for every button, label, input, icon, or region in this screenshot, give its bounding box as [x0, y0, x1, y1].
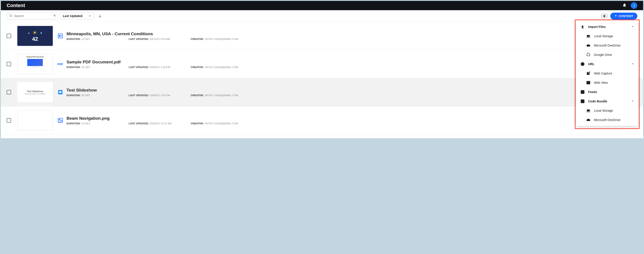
chevron-up-icon — [631, 62, 634, 66]
popover-import-files[interactable]: Import Files — [576, 22, 638, 31]
topbar: Content J — [1, 1, 643, 10]
row-main: Minneapolis, MN, USA - Current Condition… — [66, 31, 637, 40]
row-checkbox[interactable] — [7, 34, 11, 38]
row-title: Minneapolis, MN, USA - Current Condition… — [66, 31, 637, 36]
code-icon — [580, 99, 585, 104]
svg-point-18 — [583, 92, 584, 92]
sort-direction-button[interactable] — [98, 13, 102, 18]
row-title: Beam Navigation.png — [66, 116, 637, 121]
popover-google-drive[interactable]: Google Drive — [576, 50, 638, 59]
svg-line-1 — [12, 16, 12, 17]
row-main: Sample PDF Document.pdf DURATION:30 SEC … — [66, 60, 637, 68]
search-input[interactable] — [14, 14, 53, 18]
feed-icon — [580, 90, 585, 94]
globe-icon — [580, 62, 585, 66]
row-thumbnail: ☁☀💧 42 — [17, 26, 53, 46]
popover-cb-onedrive[interactable]: Microsoft OneDrive — [576, 115, 638, 125]
toolbar: Last Updated ▼ CONTENT — [1, 10, 643, 22]
popover-cb-local-storage[interactable]: Local Storage — [576, 106, 638, 115]
row-meta: DURATION:10 SEC LAST UPDATED:03/10/22 9:… — [66, 38, 637, 40]
cloud-icon — [586, 117, 591, 122]
app-frame: Content J Last Updated ▼ — [1, 1, 643, 138]
popover-url[interactable]: URL — [576, 59, 638, 69]
chevron-up-icon — [631, 25, 634, 29]
browser-icon — [586, 80, 591, 85]
popover-web-view[interactable]: Web View — [576, 78, 638, 87]
svg-point-8 — [61, 35, 62, 36]
add-content-button[interactable]: CONTENT — [610, 13, 637, 19]
content-list: ☁☀💧 42 Minneapolis, MN, USA - Current Co… — [1, 22, 643, 135]
slideshow-icon — [57, 89, 64, 95]
page-title: Content — [7, 3, 25, 8]
user-avatar[interactable]: J — [631, 2, 637, 9]
topbar-right: J — [622, 2, 637, 9]
delete-button[interactable] — [600, 13, 608, 19]
content-row[interactable]: ☁☀💧 42 Minneapolis, MN, USA - Current Co… — [1, 22, 643, 50]
row-meta: DURATION:30 SEC LAST UPDATED:03/09/22 3:… — [66, 66, 637, 68]
external-link-icon — [586, 71, 591, 76]
popover-local-storage[interactable]: Local Storage — [576, 31, 638, 41]
row-meta: DURATION:30 SEC LAST UPDATED:03/09/22 3:… — [66, 94, 637, 97]
chevron-up-icon — [631, 99, 634, 103]
row-title: Test Slideshow — [66, 88, 637, 93]
row-checkbox[interactable] — [7, 62, 11, 66]
popover-feeds[interactable]: Feeds — [576, 87, 638, 97]
search-icon — [9, 14, 13, 18]
drive-icon — [586, 52, 591, 57]
feed-icon — [57, 33, 64, 39]
row-main: Test Slideshow DURATION:30 SEC LAST UPDA… — [66, 88, 637, 97]
laptop-icon — [586, 108, 591, 113]
content-row[interactable]: Test Slideshow This is just a test. Do n… — [1, 78, 643, 106]
popover-onedrive[interactable]: Microsoft OneDrive — [576, 41, 638, 50]
sort-label: Last Updated — [63, 14, 82, 18]
upload-icon — [580, 24, 585, 29]
row-thumbnail: Sample PDF Document ━━━━━━━━━━━ — [17, 54, 53, 74]
row-thumbnail: Test Slideshow This is just a test. Do n… — [17, 82, 53, 102]
content-row[interactable]: Beam Navigation.png DURATION:10 SEC LAST… — [1, 106, 643, 135]
content-type-popover: Import Files Local Storage Microsoft One… — [576, 21, 638, 126]
clear-search-icon[interactable] — [53, 14, 56, 18]
popover-web-capture[interactable]: Web Capture — [576, 69, 638, 78]
svg-rect-10 — [59, 91, 62, 93]
sort-select[interactable]: Last Updated ▼ — [60, 13, 94, 19]
notifications-icon[interactable] — [622, 3, 627, 8]
row-meta: DURATION:10 SEC LAST UPDATED:03/09/22 10… — [66, 122, 637, 125]
content-row[interactable]: Sample PDF Document ━━━━━━━━━━━ PDF Samp… — [1, 50, 643, 78]
svg-point-0 — [10, 14, 12, 16]
row-title: Sample PDF Document.pdf — [66, 60, 637, 64]
plus-icon — [614, 14, 618, 18]
add-content-label: CONTENT — [619, 14, 633, 18]
cloud-icon — [586, 43, 591, 48]
svg-rect-11 — [58, 118, 62, 123]
row-checkbox[interactable] — [7, 90, 11, 94]
row-thumbnail — [17, 110, 53, 130]
image-icon — [57, 117, 64, 123]
svg-point-12 — [59, 119, 60, 120]
row-checkbox[interactable] — [7, 118, 11, 123]
pdf-icon: PDF — [57, 61, 64, 67]
caret-down-icon: ▼ — [89, 15, 91, 17]
popover-code-bundle[interactable]: Code Bundle — [576, 97, 638, 106]
search-box[interactable] — [7, 12, 58, 19]
row-main: Beam Navigation.png DURATION:10 SEC LAST… — [66, 116, 637, 125]
laptop-icon — [586, 34, 591, 38]
